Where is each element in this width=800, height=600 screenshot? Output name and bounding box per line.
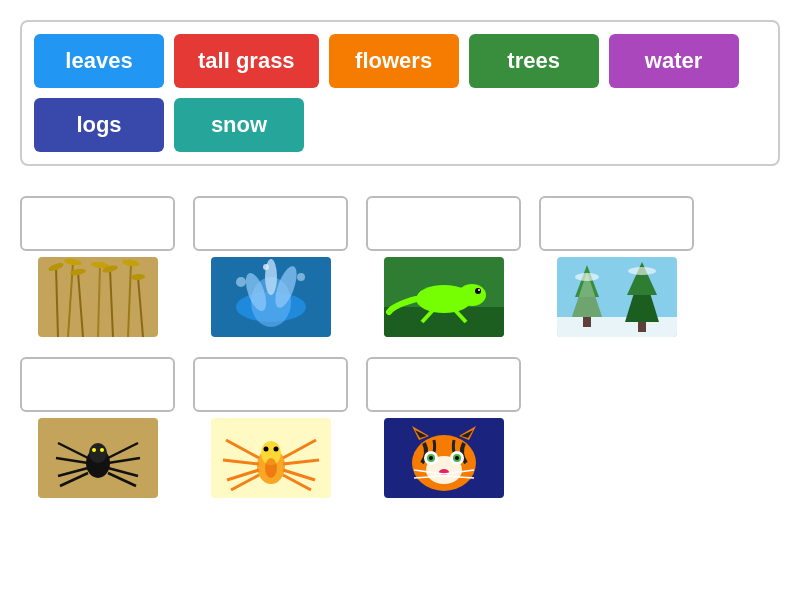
drop-area xyxy=(20,196,780,518)
row-1 xyxy=(20,196,780,357)
svg-point-47 xyxy=(89,443,107,463)
svg-point-79 xyxy=(429,456,433,460)
svg-rect-38 xyxy=(583,317,591,327)
svg-point-44 xyxy=(628,267,656,275)
img-spider2 xyxy=(211,418,331,498)
card-tall-grass xyxy=(20,196,175,357)
drop-box-1[interactable] xyxy=(20,196,175,251)
drop-box-2[interactable] xyxy=(193,196,348,251)
drop-box-4[interactable] xyxy=(539,196,694,251)
svg-point-40 xyxy=(575,273,599,281)
card-spider2 xyxy=(193,357,348,518)
img-lizard xyxy=(384,257,504,337)
img-water xyxy=(211,257,331,337)
drop-box-5[interactable] xyxy=(20,357,175,412)
svg-point-23 xyxy=(263,264,269,270)
img-snow-trees xyxy=(557,257,677,337)
svg-point-21 xyxy=(236,277,246,287)
svg-point-49 xyxy=(100,448,104,452)
svg-point-61 xyxy=(265,458,277,478)
card-snow-trees xyxy=(539,196,694,357)
row-2 xyxy=(20,357,780,518)
img-spider1 xyxy=(38,418,158,498)
svg-rect-35 xyxy=(557,317,677,337)
card-lizard xyxy=(366,196,521,357)
card-water xyxy=(193,196,348,357)
main-container: leaves tall grass flowers trees water lo… xyxy=(0,0,800,538)
svg-point-62 xyxy=(263,447,268,452)
word-btn-trees[interactable]: trees xyxy=(469,34,599,88)
word-btn-water[interactable]: water xyxy=(609,34,739,88)
svg-point-22 xyxy=(297,273,305,281)
card-tiger xyxy=(366,357,521,518)
svg-rect-43 xyxy=(638,322,646,332)
svg-point-63 xyxy=(273,447,278,452)
svg-point-80 xyxy=(455,456,459,460)
drop-box-7[interactable] xyxy=(366,357,521,412)
word-btn-snow[interactable]: snow xyxy=(174,98,304,152)
svg-point-28 xyxy=(475,288,481,294)
word-bank: leaves tall grass flowers trees water lo… xyxy=(20,20,780,166)
img-tall-grass xyxy=(38,257,158,337)
word-btn-logs[interactable]: logs xyxy=(34,98,164,152)
word-btn-flowers[interactable]: flowers xyxy=(329,34,459,88)
drop-box-3[interactable] xyxy=(366,196,521,251)
word-btn-leaves[interactable]: leaves xyxy=(34,34,164,88)
word-btn-tall-grass[interactable]: tall grass xyxy=(174,34,319,88)
drop-box-6[interactable] xyxy=(193,357,348,412)
img-tiger xyxy=(384,418,504,498)
svg-point-29 xyxy=(478,289,480,291)
svg-point-48 xyxy=(92,448,96,452)
card-spider1 xyxy=(20,357,175,518)
